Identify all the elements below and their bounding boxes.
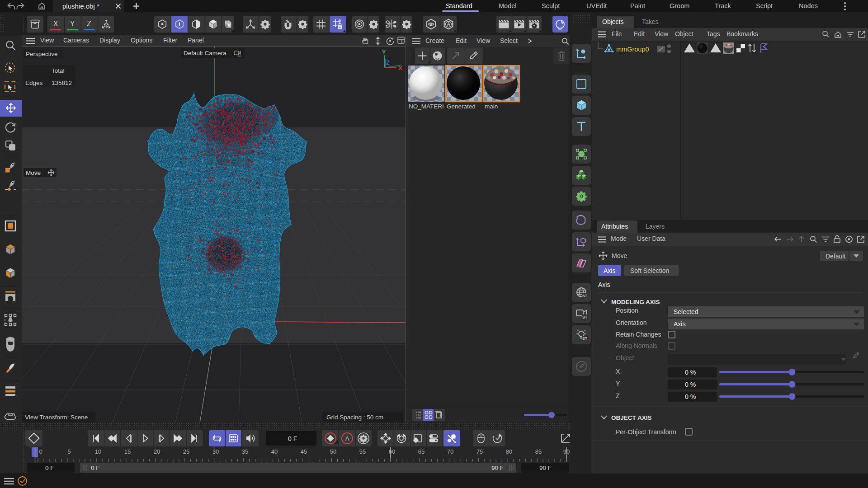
svg-text:Per-Object Transform: Per-Object Transform [616,428,676,436]
svg-text:Y: Y [70,20,75,28]
svg-text:Grid Spacing : 50 cm: Grid Spacing : 50 cm [326,414,383,421]
svg-text:Along Normals: Along Normals [616,342,657,349]
svg-text:5: 5 [67,448,71,455]
svg-text:0 F: 0 F [45,465,54,471]
svg-text:0 F: 0 F [288,435,297,442]
svg-text:60: 60 [389,448,395,455]
svg-text:Default: Default [826,253,845,260]
svg-text:50: 50 [330,448,336,455]
svg-text:Move: Move [612,252,627,259]
svg-text:mmGroup0: mmGroup0 [616,46,649,53]
svg-text:15: 15 [124,448,131,455]
svg-text:45: 45 [301,448,307,455]
svg-text:0 %: 0 % [685,369,696,376]
svg-text:Edges: Edges [25,80,43,86]
svg-text:Object: Object [616,354,634,361]
svg-text:40: 40 [271,448,278,455]
svg-text:ST: ST [582,294,588,298]
svg-text:Z: Z [386,59,390,66]
svg-text:Axis: Axis [674,320,685,328]
svg-text:0 %: 0 % [685,393,696,400]
svg-text:85: 85 [535,448,542,455]
svg-text:135812: 135812 [52,80,72,86]
svg-text:Soft Selection: Soft Selection [630,267,669,274]
svg-text:NO_MATERI: NO_MATERI [409,103,444,110]
svg-text:30: 30 [212,448,219,455]
svg-text:Axis: Axis [604,267,615,274]
svg-text:Orientation: Orientation [616,319,646,326]
svg-text:0: 0 [39,448,42,455]
svg-text:MODELING AXIS: MODELING AXIS [611,299,660,305]
svg-text:25: 25 [183,448,189,455]
svg-text:90 F: 90 F [539,465,552,471]
svg-text:Axis: Axis [598,281,610,288]
svg-text:0 %: 0 % [685,381,696,388]
svg-text:X: X [616,368,620,375]
svg-text:55: 55 [359,448,366,455]
svg-text:65: 65 [418,448,425,455]
svg-text:Y: Y [616,380,620,387]
svg-text:Perspective: Perspective [26,51,58,57]
svg-text:Retain Changes: Retain Changes [616,331,661,338]
svg-text:Move: Move [26,169,41,176]
svg-text:X: X [398,65,402,71]
svg-text:Default Camera: Default Camera [184,50,226,56]
svg-text:Y: Y [382,49,386,56]
svg-text:View Transform: Scene: View Transform: Scene [25,414,88,421]
svg-text:35: 35 [242,448,248,455]
svg-text:Selected: Selected [674,308,698,315]
svg-text:Position: Position [616,307,638,314]
svg-text:75: 75 [476,448,483,455]
svg-text:0 F: 0 F [91,465,100,471]
svg-text:ST: ST [582,315,588,319]
svg-text:80: 80 [506,448,512,455]
svg-text:20: 20 [154,448,160,455]
svg-text:90 F: 90 F [491,465,504,471]
svg-text:main: main [485,103,498,110]
svg-text:OBJECT AXIS: OBJECT AXIS [611,414,652,421]
svg-text:Z: Z [616,392,620,399]
svg-text:A: A [447,22,450,27]
svg-text:X: X [53,20,58,28]
svg-text:10: 10 [95,448,101,455]
svg-text:ST: ST [582,336,588,341]
svg-text:Generated: Generated [447,103,476,110]
svg-text:A: A [345,435,349,442]
svg-text:Z: Z [87,20,91,28]
svg-text:70: 70 [447,448,453,455]
svg-text:Total: Total [52,67,65,74]
